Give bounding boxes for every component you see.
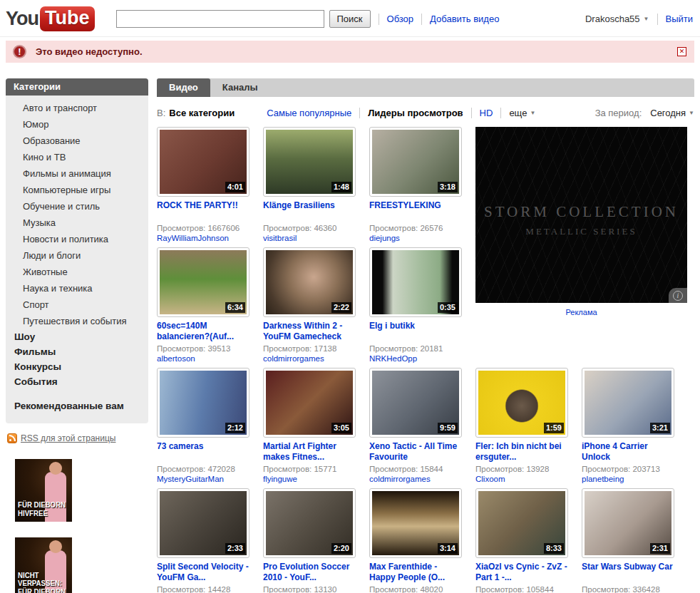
- video-item[interactable]: 3:05 Martial Art Fighter makes Fitnes...…: [263, 368, 359, 484]
- browse-link[interactable]: Обзор: [387, 14, 414, 24]
- video-title[interactable]: Pro Evolution Soccer 2010 - YouF...: [263, 562, 359, 584]
- video-title[interactable]: Fler: Ich bin nicht bei ersguter...: [475, 441, 572, 464]
- tab-videos[interactable]: Видео: [157, 78, 210, 97]
- video-thumbnail[interactable]: 1:59: [475, 368, 568, 438]
- video-item[interactable]: 2:33 Split Second Velocity - YouFM Ga...…: [157, 488, 253, 593]
- channel-link[interactable]: coldmirrorgames: [263, 354, 359, 363]
- video-item[interactable]: 3:18 FREESTYLEKING Просмотров: 26576 die…: [369, 127, 465, 243]
- video-item[interactable]: 8:33 XiaOzl vs Cynic - ZvZ - Part 1 -...…: [475, 488, 572, 593]
- channel-link[interactable]: albertoson: [157, 354, 253, 363]
- sidebar-section-item[interactable]: Шоу: [6, 329, 148, 344]
- video-item[interactable]: 3:21 iPhone 4 Carrier Unlock Просмотров:…: [582, 368, 678, 484]
- video-thumbnail[interactable]: 2:31: [582, 488, 674, 558]
- video-thumbnail[interactable]: 2:33: [157, 488, 249, 558]
- video-title[interactable]: XiaOzl vs Cynic - ZvZ - Part 1 -...: [475, 562, 572, 584]
- close-icon[interactable]: ✕: [677, 47, 686, 56]
- channel-link[interactable]: visitbrasil: [263, 233, 359, 243]
- filter-more-dropdown[interactable]: еще ▼: [509, 108, 535, 118]
- upload-video-link[interactable]: Добавить видео: [430, 14, 499, 24]
- sidebar-category-item[interactable]: Образование: [6, 133, 148, 149]
- video-title[interactable]: Martial Art Fighter makes Fitnes...: [263, 441, 359, 464]
- video-title[interactable]: Klänge Brasiliens: [263, 200, 359, 223]
- channel-link[interactable]: coldmirrorgames: [369, 474, 465, 484]
- video-thumbnail[interactable]: 3:14: [369, 488, 462, 558]
- channel-link[interactable]: flyinguwe: [263, 474, 359, 484]
- rss-link[interactable]: RSS для этой страницы: [21, 433, 115, 443]
- video-title[interactable]: Max Farenthide - Happy People (O...: [369, 562, 465, 584]
- video-title[interactable]: Star Wars Subway Car: [582, 562, 678, 584]
- video-title[interactable]: 73 cameras: [157, 441, 253, 464]
- video-thumbnail[interactable]: 3:18: [369, 127, 462, 197]
- period-dropdown[interactable]: Сегодня ▼: [650, 108, 694, 118]
- sidebar-category-item[interactable]: Фильмы и анимация: [6, 165, 148, 182]
- video-item[interactable]: 0:35 Elg i butikk Просмотров: 20181 NRKH…: [369, 247, 465, 363]
- sidebar-category-item[interactable]: Животные: [6, 264, 148, 280]
- sidebar-category-item[interactable]: Наука и техника: [6, 280, 148, 296]
- sidebar-category-item[interactable]: Компьютерные игры: [6, 182, 148, 198]
- video-title[interactable]: Darkness Within 2 - YouFM Gamecheck: [263, 321, 359, 344]
- video-item[interactable]: 2:22 Darkness Within 2 - YouFM Gamecheck…: [263, 247, 359, 363]
- video-title[interactable]: Split Second Velocity - YouFM Ga...: [157, 562, 253, 584]
- channel-link[interactable]: Clixoom: [475, 474, 572, 484]
- video-item[interactable]: 1:48 Klänge Brasiliens Просмотров: 46360…: [263, 127, 359, 243]
- youtube-logo[interactable]: You Tube: [6, 6, 95, 31]
- ad-label[interactable]: Реклама: [475, 308, 687, 316]
- sidebar-category-item[interactable]: Музыка: [6, 215, 148, 231]
- promo-ad-thumbnail[interactable]: FÜR DIEBORN HIVFREE: [15, 459, 72, 522]
- video-item[interactable]: 1:59 Fler: Ich bin nicht bei ersguter...…: [475, 368, 572, 484]
- video-item[interactable]: 2:31 Star Wars Subway Car Просмотров: 33…: [582, 488, 678, 593]
- video-thumbnail[interactable]: 3:05: [263, 368, 356, 438]
- sidebar-section-item[interactable]: События: [6, 374, 148, 389]
- current-category[interactable]: Все категории: [169, 108, 235, 118]
- channel-link[interactable]: MysteryGuitarMan: [157, 474, 253, 484]
- search-input[interactable]: [116, 10, 324, 28]
- sidebar-section-item[interactable]: Фильмы: [6, 344, 148, 359]
- channel-link[interactable]: planetbeing: [582, 474, 678, 484]
- filter-most-popular[interactable]: Самые популярные: [267, 108, 351, 118]
- video-thumbnail[interactable]: 3:21: [582, 368, 674, 438]
- ad-info-tab[interactable]: i: [669, 288, 687, 303]
- video-title[interactable]: ROCK THE PARTY!!: [157, 200, 253, 223]
- video-thumbnail[interactable]: 6:34: [157, 247, 249, 317]
- sidebar-category-item[interactable]: Юмор: [6, 116, 148, 133]
- video-title[interactable]: Elg i butikk: [369, 321, 465, 344]
- video-thumbnail[interactable]: 0:35: [369, 247, 462, 317]
- filter-hd[interactable]: HD: [480, 108, 493, 118]
- channel-link[interactable]: diejungs: [369, 233, 465, 243]
- ad-image[interactable]: STORM COLLECTION METALLIC SERIES i: [475, 127, 687, 303]
- video-thumbnail[interactable]: 4:01: [157, 127, 249, 197]
- video-item[interactable]: 9:59 Xeno Tactic - All Time Favourite Пр…: [369, 368, 465, 484]
- sidebar-category-item[interactable]: Кино и ТВ: [6, 149, 148, 165]
- filter-most-viewed[interactable]: Лидеры просмотров: [368, 108, 463, 118]
- sidebar-category-item[interactable]: Авто и транспорт: [6, 100, 148, 116]
- sidebar-category-item[interactable]: Люди и блоги: [6, 247, 148, 264]
- video-item[interactable]: 4:01 ROCK THE PARTY!! Просмотров: 166760…: [157, 127, 253, 243]
- video-thumbnail[interactable]: 1:48: [263, 127, 356, 197]
- sidebar-category-item[interactable]: Путешествия и события: [6, 313, 148, 329]
- channel-link[interactable]: NRKHedOpp: [369, 354, 465, 363]
- user-menu[interactable]: Drakoscha55 ▼: [585, 14, 649, 24]
- promo-ad-thumbnail[interactable]: NICHT VERPASSEN: FÜR DIEBORN: [15, 537, 72, 593]
- tab-channels[interactable]: Каналы: [210, 78, 270, 97]
- signout-link[interactable]: Выйти: [666, 14, 694, 24]
- video-thumbnail[interactable]: 2:22: [263, 247, 356, 317]
- video-title[interactable]: iPhone 4 Carrier Unlock: [582, 441, 678, 464]
- sidebar-category-item[interactable]: Спорт: [6, 296, 148, 313]
- video-title[interactable]: 60sec=140M balancieren?(Auf...: [157, 321, 253, 344]
- video-item[interactable]: 2:20 Pro Evolution Soccer 2010 - YouF...…: [263, 488, 359, 593]
- sidebar-section-item[interactable]: Конкурсы: [6, 359, 148, 374]
- channel-link[interactable]: RayWilliamJohnson: [157, 233, 253, 243]
- sidebar-recommended-item[interactable]: Рекомендованные вам: [6, 398, 148, 413]
- video-thumbnail[interactable]: 2:20: [263, 488, 356, 558]
- video-item[interactable]: 3:14 Max Farenthide - Happy People (O...…: [369, 488, 465, 593]
- video-thumbnail[interactable]: 2:12: [157, 368, 249, 438]
- sidebar-category-item[interactable]: Новости и политика: [6, 231, 148, 247]
- video-item[interactable]: 2:12 73 cameras Просмотров: 472028 Myste…: [157, 368, 253, 484]
- video-thumbnail[interactable]: 9:59: [369, 368, 462, 438]
- video-title[interactable]: FREESTYLEKING: [369, 200, 465, 223]
- search-button[interactable]: Поиск: [329, 10, 371, 28]
- video-thumbnail[interactable]: 8:33: [475, 488, 568, 558]
- sidebar-category-item[interactable]: Обучение и стиль: [6, 198, 148, 215]
- video-title[interactable]: Xeno Tactic - All Time Favourite: [369, 441, 465, 464]
- video-item[interactable]: 6:34 60sec=140M balancieren?(Auf... Прос…: [157, 247, 253, 363]
